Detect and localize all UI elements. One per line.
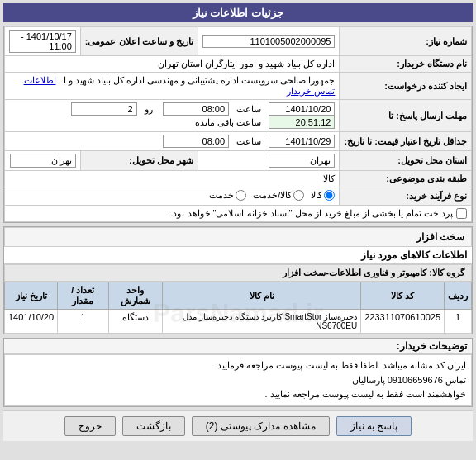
col-radif: ردیف	[445, 282, 472, 310]
farayed-radio-group: کالا کالا/خدمت خدمت	[209, 190, 335, 201]
payment-checkbox-row: پرداخت تمام یا بخشی از مبلغ خرید از محل …	[9, 208, 467, 219]
mohlet-label: مهلت ارسال پاسخ: تا	[340, 100, 472, 132]
datetime-label: تاریخ و ساعت اعلان عمومی:	[80, 27, 198, 56]
radio-khedmat[interactable]: خدمت	[209, 190, 246, 201]
notes-content: ایران کد مشابه میباشد .لطفا فقط به لیست …	[4, 354, 472, 406]
product-table: ردیف کد کالا نام کالا واحد شمارش تعداد /…	[4, 282, 472, 334]
shahr-label: شهر محل تحویل:	[80, 151, 198, 171]
shahr-value: تهران	[10, 154, 76, 168]
radio-kk-input[interactable]	[293, 190, 304, 201]
col-vahed: واحد شمارش	[108, 282, 162, 310]
shomare-label: شماره نیاز:	[340, 27, 472, 56]
saaat-label: ساعت	[236, 104, 261, 114]
tabaghe-value: کالا	[323, 173, 335, 183]
reply-button[interactable]: پاسخ به نیاز	[336, 416, 412, 436]
ostan-label: استان محل تحویل:	[340, 151, 472, 171]
radio-kharid-input[interactable]	[324, 190, 335, 201]
mohlet-roz: 2	[71, 102, 137, 116]
eijad-label: ایجاد کننده درخواست:	[340, 73, 472, 100]
notes-card: توضیحات خریدار: ایران کد مشابه میباشد .ل…	[3, 338, 473, 407]
page-wrapper: جزئیات اطلاعات نیاز شماره نیاز: 11010050…	[0, 0, 476, 460]
col-tarikh: تاریخ نیاز	[5, 282, 58, 310]
saaat2-label: ساعت	[236, 136, 261, 146]
notes-line3: خواهشمند است فقط به لیست پیوست مراجعه نم…	[10, 387, 466, 402]
info-table: شماره نیاز: 1101005002000095 تاریخ و ساع…	[4, 26, 472, 222]
jadval-date: 1401/10/29	[269, 135, 335, 148]
eijad-value: جمهورا صالحی سرویست اداره پشتیبانی و مهن…	[64, 75, 336, 85]
cell-name: ذخیره‌ساز SmartStor کاربرد دستگاه ذخیره‌…	[162, 310, 360, 334]
page-title: جزئیات اطلاعات نیاز	[193, 7, 283, 19]
col-kod: کد کالا	[361, 282, 445, 310]
exit-button[interactable]: خروج	[64, 416, 116, 436]
mohlet-remaining: 20:51:12	[269, 116, 335, 129]
info-title: اطلاعات کالاهای مورد نیاز	[4, 247, 472, 264]
notes-line2: تماس 09106659676 پارسالیان	[10, 373, 466, 388]
radio-kharid[interactable]: کالا	[311, 190, 335, 201]
mohlet-date: 1401/10/20	[269, 102, 335, 116]
ostan-value: تهران	[269, 154, 335, 168]
jadval-time: 08:00	[163, 135, 229, 148]
page-header: جزئیات اطلاعات نیاز	[3, 3, 473, 22]
radio-k-label: خدمت	[209, 190, 234, 201]
noof-label: نوع فرآیند خرید:	[340, 187, 472, 206]
section-title-text: سخت افزار	[416, 231, 464, 243]
namdastgah-value: اداره کل بنیاد شهید و امور ایثارگران است…	[5, 56, 340, 73]
product-card: سخت افزار اطلاعات کالاهای مورد نیاز گروه…	[3, 226, 473, 334]
payment-label: پرداخت تمام یا بخشی از مبلغ خرید از محل …	[170, 208, 453, 219]
group-label: گروه کالا:	[429, 268, 464, 277]
table-wrapper: ردیف کد کالا نام کالا واحد شمارش تعداد /…	[4, 282, 472, 334]
cell-tarikh: 1401/10/20	[5, 310, 58, 334]
cell-radif: 1	[445, 310, 472, 334]
baqi-label: ساعت باقی مانده	[195, 117, 261, 127]
shomare-value: 1101005002000095	[202, 35, 335, 48]
cell-tedad: 1	[58, 310, 108, 334]
back-button[interactable]: بازگشت	[122, 416, 185, 436]
notes-title: توضیحات خریدار:	[4, 339, 472, 354]
notes-line1: ایران کد مشابه میباشد .لطفا فقط به لیست …	[10, 358, 466, 373]
view-docs-button[interactable]: مشاهده مدارک پیوستی (2)	[192, 416, 330, 436]
mohlet-time: 08:00	[163, 102, 229, 116]
product-name: ذخیره‌ساز SmartStor کاربرد دستگاه ذخیره‌…	[183, 312, 357, 330]
section-title: سخت افزار	[4, 227, 472, 247]
table-row: 1 223311070610025 ذخیره‌ساز SmartStor کا…	[5, 310, 472, 334]
radio-k-input[interactable]	[236, 190, 246, 201]
main-info-card: شماره نیاز: 1101005002000095 تاریخ و ساع…	[3, 26, 473, 223]
jadval-label: جداقل تاریخ اعتبار قیمت: تا تاریخ:	[340, 132, 472, 151]
col-tedad: تعداد / مقدار	[58, 282, 108, 310]
bottom-buttons: پاسخ به نیاز مشاهده مدارک پیوستی (2) باز…	[3, 410, 473, 441]
group-value: کامپیوتر و فناوری اطلاعات-سخت افزار	[283, 268, 426, 277]
radio-kk-label: کالا/خدمت	[253, 190, 292, 201]
cell-kod: 223311070610025	[361, 310, 445, 334]
namdastgah-label: نام دستگاه خریدار:	[340, 56, 472, 73]
payment-checkbox[interactable]	[456, 208, 467, 219]
datetime-value: 1401/10/17 - 11:00	[9, 30, 76, 53]
group-title-row: گروه کالا: کامپیوتر و فناوری اطلاعات-سخت…	[4, 264, 472, 282]
col-name: نام کالا	[162, 282, 360, 310]
cell-vahed: دستگاه	[108, 310, 162, 334]
radio-kharid-label: کالا	[311, 190, 322, 201]
tabaghe-label: طبقه بندی موضوعی:	[340, 171, 472, 187]
radio-kharid-khedmat[interactable]: کالا/خدمت	[253, 190, 304, 201]
roz-label: رو	[145, 104, 153, 114]
